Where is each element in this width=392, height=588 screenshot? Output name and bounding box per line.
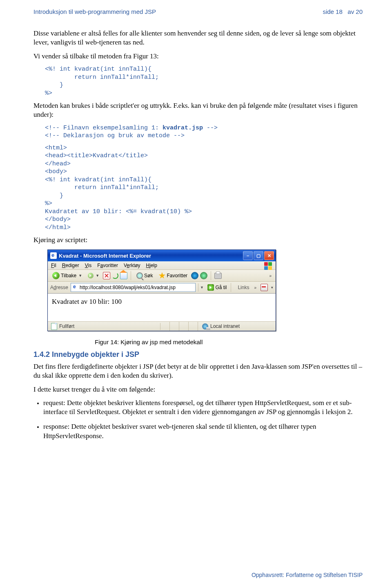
footer-copyright: Opphavsrett: Forfatterne og Stiftelsen T… <box>252 572 363 578</box>
pdf-dropdown-icon[interactable]: ▾ <box>271 285 273 290</box>
bullet-request: request: Dette objektet beskriver klient… <box>43 399 363 416</box>
ie-window: Kvadrat - Microsoft Internet Explorer – … <box>47 249 276 331</box>
paragraph-6: I dette kurset trenger du å vite om følg… <box>33 385 363 394</box>
figure-caption: Figur 14: Kjøring av jsp med metodekall <box>95 339 363 345</box>
forward-dropdown-icon[interactable]: ▼ <box>96 274 99 278</box>
refresh-icon[interactable] <box>112 272 118 279</box>
status-text: Fullført <box>59 323 74 329</box>
ie-titlebar: Kvadrat - Microsoft Internet Explorer – … <box>48 250 276 261</box>
minimize-button[interactable]: – <box>243 251 253 260</box>
zone-text: Local intranet <box>210 323 240 329</box>
back-button[interactable]: Tilbake ▼ <box>50 271 84 280</box>
menu-file[interactable]: Fil <box>51 263 56 268</box>
back-arrow-icon <box>52 272 60 279</box>
address-input[interactable]: http://localhost:8080/waplj/eks01/kvadra… <box>71 283 196 292</box>
ie-app-icon <box>50 252 57 259</box>
ie-title-text: Kvadrat - Microsoft Internet Explorer <box>59 253 151 259</box>
ie-menubar: Fil Rediger Vis Favoritter Verktøy Hjelp <box>48 261 276 270</box>
toolbar-overflow-icon[interactable]: » <box>267 273 273 279</box>
bullet-list: request: Dette objektet beskriver klient… <box>33 399 363 440</box>
forward-button[interactable]: ▼ <box>86 272 101 279</box>
status-cell-3 <box>179 322 189 331</box>
zone-icon <box>202 323 208 330</box>
search-icon <box>136 272 143 279</box>
toolbar-separator <box>131 271 131 280</box>
windows-logo-icon <box>264 262 273 270</box>
paragraph-5: Det fins flere ferdigdefinerte objekter … <box>33 362 363 380</box>
toolbar-separator-2 <box>211 271 211 280</box>
paragraph-4: Kjøring av scriptet: <box>33 236 363 245</box>
home-icon[interactable] <box>120 272 127 279</box>
bullet-response: response: Dette objektet beskriver svare… <box>43 422 363 440</box>
search-button[interactable]: Søk <box>134 272 155 280</box>
paragraph-1: Disse variablene er altså felles for all… <box>33 29 363 47</box>
page-icon <box>72 285 78 290</box>
status-cell-4 <box>189 322 198 331</box>
menu-help[interactable]: Hjelp <box>146 263 157 268</box>
header-title: Introduksjon til web-programmering med J… <box>33 8 156 15</box>
status-cell-2 <box>170 322 179 331</box>
menu-view[interactable]: Vis <box>85 263 91 268</box>
ie-statusbar: Fullført Local intranet <box>48 321 276 331</box>
links-label[interactable]: Links <box>238 285 249 290</box>
browser-content: Kvadratet av 10 blir: 100 <box>48 294 276 321</box>
star-icon <box>158 272 165 279</box>
menu-tools[interactable]: Verktøy <box>124 263 140 268</box>
favorites-button[interactable]: Favoritter <box>156 272 189 280</box>
history-icon[interactable] <box>200 272 207 279</box>
header-page: side 18 av 20 <box>323 8 363 15</box>
url-text: http://localhost:8080/waplj/eks01/kvadra… <box>80 285 176 290</box>
code-block-3: <html> <head><title>Kvadrat</title> </he… <box>45 144 363 232</box>
menu-favorites[interactable]: Favoritter <box>97 263 118 268</box>
section-heading: 1.4.2 Innebygde objekter i JSP <box>33 350 363 359</box>
media-icon[interactable] <box>191 272 198 279</box>
go-button[interactable]: Gå til <box>207 284 227 291</box>
go-arrow-icon <box>207 284 214 291</box>
code-block-1: <%! int kvadrat(int innTall){ return inn… <box>45 65 363 97</box>
stop-icon[interactable] <box>103 272 110 279</box>
paragraph-3: Metoden kan brukes i både scriptlet'er o… <box>33 101 363 119</box>
pdf-icon[interactable] <box>261 284 268 291</box>
maximize-button[interactable]: ▢ <box>254 251 263 260</box>
back-dropdown-icon[interactable]: ▼ <box>78 274 82 278</box>
status-page-icon <box>51 323 57 330</box>
close-button[interactable]: ✕ <box>264 251 274 260</box>
ie-toolbar: Tilbake ▼ ▼ Søk Favoritter <box>48 270 276 282</box>
status-cell-1 <box>160 322 170 331</box>
page-header: Introduksjon til web-programmering med J… <box>33 8 363 15</box>
code-block-2: <!-- Filnavn eksempelsamling 1: kvadrat.… <box>45 124 363 140</box>
ie-address-bar: Adresse http://localhost:8080/waplj/eks0… <box>48 282 276 294</box>
print-icon[interactable] <box>214 273 222 279</box>
forward-arrow-icon <box>88 273 94 278</box>
menu-edit[interactable]: Rediger <box>62 263 79 268</box>
content-text: Kvadratet av 10 blir: 100 <box>52 298 122 305</box>
links-overflow-icon[interactable]: » <box>252 285 258 291</box>
paragraph-2: Vi vender så tilbake til metoden fra Fig… <box>33 52 363 61</box>
address-label: Adresse <box>50 285 68 290</box>
address-dropdown-icon[interactable]: ▼ <box>198 283 205 292</box>
addr-separator <box>231 283 231 292</box>
